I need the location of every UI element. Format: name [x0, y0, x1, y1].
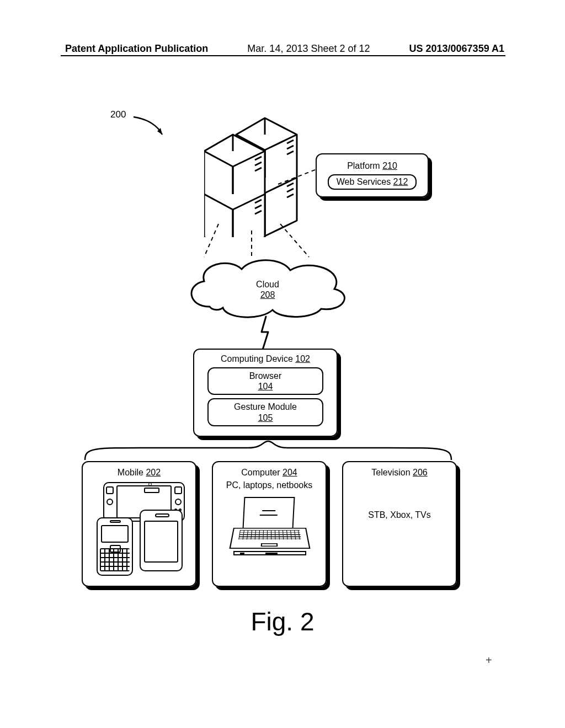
- header-center: Mar. 14, 2013 Sheet 2 of 12: [247, 43, 370, 55]
- mobile-title: Mobile 202: [118, 468, 161, 478]
- television-title: Television 206: [371, 468, 427, 478]
- cloud-icon: Cloud 208: [182, 254, 353, 320]
- header-rule: [61, 55, 505, 56]
- browser-text: Browser: [249, 371, 282, 381]
- television-title-ref: 206: [413, 468, 428, 477]
- ref-200-label: 200: [110, 109, 126, 120]
- ref-200-pointer: [131, 115, 164, 137]
- gesture-ref: 105: [258, 413, 273, 422]
- platform-box: Platform 210 Web Services 212: [316, 153, 429, 197]
- phone-icon: [97, 517, 133, 576]
- device-class-row: Mobile 202: [82, 461, 457, 587]
- browser-box: Browser 104: [207, 367, 323, 395]
- computing-device-title-ref: 102: [295, 354, 310, 363]
- crop-mark-icon: +: [486, 654, 492, 667]
- browser-ref: 104: [258, 382, 273, 391]
- figure-caption: Fig. 2: [0, 607, 565, 636]
- mobile-box: Mobile 202: [82, 461, 196, 587]
- television-title-text: Television: [371, 468, 410, 477]
- mobile-title-ref: 202: [146, 468, 161, 477]
- computer-title: Computer 204: [241, 468, 297, 478]
- tablet-icon: [140, 510, 183, 571]
- web-services-box: Web Services 212: [328, 174, 417, 190]
- page-header: Patent Application Publication Mar. 14, …: [0, 43, 565, 55]
- mobile-title-text: Mobile: [118, 468, 143, 477]
- svg-line-18: [280, 224, 309, 257]
- computer-subtitle: PC, laptops, netbooks: [226, 480, 313, 490]
- computer-title-ref: 204: [282, 468, 297, 477]
- computing-device-title-text: Computing Device: [221, 354, 293, 363]
- svg-line-15: [278, 169, 318, 184]
- cloud-label: Cloud 208: [182, 279, 353, 300]
- platform-title: Platform 210: [347, 161, 397, 171]
- svg-line-16: [204, 224, 218, 257]
- cloud-label-text: Cloud: [256, 280, 279, 289]
- television-box: Television 206 STB, Xbox, TVs: [342, 461, 457, 587]
- web-services-text: Web Services: [337, 177, 391, 186]
- platform-title-text: Platform: [347, 161, 380, 170]
- header-left: Patent Application Publication: [65, 43, 208, 55]
- computing-device-title: Computing Device 102: [221, 354, 310, 364]
- television-subtitle: STB, Xbox, TVs: [368, 510, 431, 520]
- header-right: US 2013/0067359 A1: [409, 43, 504, 55]
- computer-box: Computer 204 PC, laptops, netbooks: [212, 461, 327, 587]
- computer-title-text: Computer: [241, 468, 280, 477]
- cloud-label-ref: 208: [260, 290, 275, 299]
- web-services-ref: 212: [393, 177, 408, 186]
- mobile-devices-icon: [92, 482, 186, 565]
- computing-device-box: Computing Device 102 Browser 104 Gesture…: [193, 349, 338, 437]
- platform-title-ref: 210: [382, 161, 397, 170]
- gesture-text: Gesture Module: [234, 402, 297, 411]
- curly-brace-icon: [83, 440, 454, 462]
- gesture-module-box: Gesture Module 105: [207, 398, 323, 426]
- laptop-icon: [228, 497, 311, 558]
